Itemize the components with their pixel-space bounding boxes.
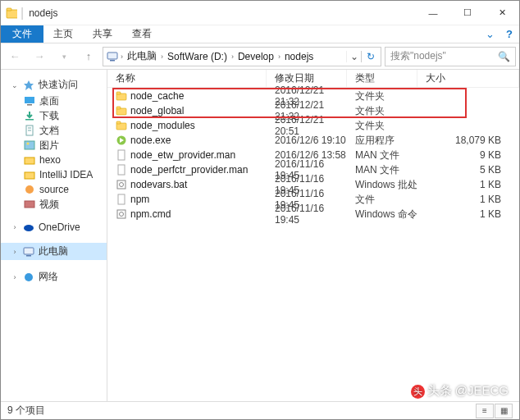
file-size: 1 KB <box>417 208 519 220</box>
help-icon[interactable]: ? <box>499 25 519 43</box>
svg-rect-33 <box>117 210 125 218</box>
crumb-0[interactable]: 此电脑 <box>124 49 160 63</box>
file-date: 2016/12/6 19:10 <box>267 135 347 146</box>
file-date: 2016/12/21 20:51 <box>267 114 347 137</box>
file-size: 5 KB <box>417 164 519 176</box>
sidebar-item-idea[interactable]: IntelliJ IDEA <box>1 167 107 182</box>
svg-point-15 <box>25 185 34 194</box>
file-name: node_global <box>130 105 184 116</box>
navbar: ← → ▾ ↑ › 此电脑 › SoftWare (D:) › Develop … <box>1 43 519 70</box>
ribbon-expand-icon[interactable]: ⌄ <box>480 25 499 43</box>
sidebar-item-source[interactable]: source <box>1 182 107 197</box>
explorer-window: | nodejs — ☐ ✕ 文件 主页 共享 查看 ⌄ ? ← → ▾ ↑ ›… <box>0 0 520 420</box>
crumb-1[interactable]: SoftWare (D:) <box>164 51 230 62</box>
nav-forward-button[interactable]: → <box>29 47 50 66</box>
pc-icon <box>23 246 34 258</box>
watermark-text: 头条 @JEECG <box>427 383 509 397</box>
tab-share[interactable]: 共享 <box>83 25 122 43</box>
sidebar-item-hexo[interactable]: hexo <box>1 153 107 167</box>
file-name: npm.cmd <box>130 208 171 220</box>
table-row[interactable]: node_modules2016/12/21 20:51文件夹 <box>107 118 519 133</box>
file-type: 文件 <box>347 193 417 207</box>
chevron-right-icon: › <box>11 273 19 281</box>
sidebar-item-label: IntelliJ IDEA <box>39 169 93 180</box>
search-placeholder: 搜索"nodejs" <box>390 49 446 63</box>
svg-rect-22 <box>116 92 121 94</box>
nav-recent-button[interactable]: ▾ <box>53 47 75 66</box>
file-name: nodevars.bat <box>130 179 187 190</box>
breadcrumb[interactable]: › 此电脑 › SoftWare (D:) › Develop › nodejs… <box>103 47 381 66</box>
tab-file[interactable]: 文件 <box>1 25 43 43</box>
file-name: node.exe <box>130 135 171 146</box>
svg-rect-13 <box>25 158 34 164</box>
crumb-3[interactable]: nodejs <box>281 51 317 62</box>
sidebar-item-label: source <box>39 184 69 195</box>
cmd-icon <box>116 208 127 220</box>
table-row[interactable]: node.exe2016/12/6 19:10应用程序18,079 KB <box>107 133 519 148</box>
breadcrumb-dropdown[interactable]: ⌄ <box>346 51 361 62</box>
man-icon <box>116 149 127 161</box>
nav-up-button[interactable]: ↑ <box>78 47 99 66</box>
network-icon <box>23 272 34 283</box>
sidebar-item-label: hexo <box>39 154 61 166</box>
file-type: MAN 文件 <box>347 148 417 162</box>
file-size: 9 KB <box>417 149 519 161</box>
file-name: node_cache <box>130 90 184 102</box>
star-icon <box>23 80 34 91</box>
svg-rect-11 <box>25 141 34 149</box>
file-date: 2016/11/16 19:45 <box>267 203 347 226</box>
svg-rect-18 <box>24 248 34 254</box>
svg-rect-26 <box>116 121 121 124</box>
sidebar-item-download[interactable]: 下载 <box>1 108 107 123</box>
chevron-right-icon: › <box>11 223 19 231</box>
svg-rect-29 <box>118 165 125 175</box>
sidebar-item-label: 下载 <box>39 109 59 123</box>
svg-rect-19 <box>26 255 31 257</box>
sidebar-item-desktop[interactable]: 桌面 <box>1 94 107 108</box>
tab-home[interactable]: 主页 <box>43 25 83 43</box>
view-icons-button[interactable]: ▦ <box>495 404 513 418</box>
col-name[interactable]: 名称 <box>107 70 267 87</box>
search-input[interactable]: 搜索"nodejs" 🔍 <box>385 47 516 66</box>
col-type[interactable]: 类型 <box>347 70 417 87</box>
tab-view[interactable]: 查看 <box>122 25 162 43</box>
bat-icon <box>116 179 127 190</box>
content-area: 名称 修改日期 类型 大小 node_cache2016/12/21 21:32… <box>107 70 519 401</box>
file-type: MAN 文件 <box>347 163 417 177</box>
sidebar-onedrive[interactable]: › OneDrive <box>1 220 107 235</box>
nav-back-button[interactable]: ← <box>4 47 25 66</box>
sidebar-thispc[interactable]: › 此电脑 <box>1 243 107 260</box>
chevron-right-icon: › <box>11 248 19 256</box>
close-button[interactable]: ✕ <box>485 1 519 25</box>
file-type: Windows 命令脚本 <box>347 208 417 221</box>
qa-divider: | <box>21 6 24 21</box>
desktop-icon <box>24 95 35 107</box>
ribbon-tabs: 文件 主页 共享 查看 ⌄ ? <box>1 25 519 43</box>
svg-rect-24 <box>116 107 121 109</box>
svg-rect-3 <box>110 60 115 62</box>
hexo-icon <box>24 154 35 166</box>
file-name: npm <box>130 194 149 205</box>
sidebar-item-picture[interactable]: 图片 <box>1 138 107 153</box>
idea-icon <box>24 169 35 180</box>
crumb-2[interactable]: Develop <box>235 51 277 62</box>
folder-icon <box>116 105 127 116</box>
sidebar-item-doc[interactable]: 文档 <box>1 123 107 138</box>
col-size[interactable]: 大小 <box>417 70 519 87</box>
sidebar-item-video[interactable]: 视频 <box>1 197 107 212</box>
sidebar-quick-label: 快速访问 <box>39 78 78 92</box>
sidebar-quickaccess[interactable]: ⌄ 快速访问 <box>1 76 107 94</box>
svg-rect-2 <box>107 52 117 59</box>
window-title: nodejs <box>29 7 416 19</box>
minimize-button[interactable]: — <box>416 1 450 25</box>
sidebar-network[interactable]: › 网络 <box>1 268 107 285</box>
table-row[interactable]: npm.cmd2016/11/16 19:45Windows 命令脚本1 KB <box>107 207 519 221</box>
view-details-button[interactable]: ≡ <box>476 404 494 418</box>
sidebar-item-label: 文档 <box>39 124 59 138</box>
sidebar-item-label: 桌面 <box>39 94 59 108</box>
refresh-button[interactable]: ↻ <box>361 51 379 62</box>
svg-rect-1 <box>7 8 11 11</box>
cloud-icon <box>23 221 34 233</box>
maximize-button[interactable]: ☐ <box>450 1 485 25</box>
folder-icon <box>116 120 127 131</box>
